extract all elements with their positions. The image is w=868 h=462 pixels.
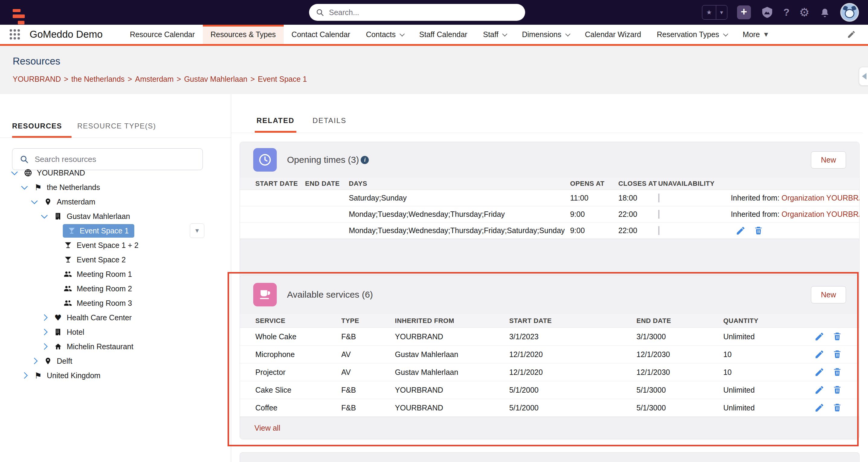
tree-item-label: Meeting Room 2 — [77, 285, 132, 293]
delete-trash-icon[interactable] — [832, 403, 843, 413]
favorites-caret-icon[interactable]: ▼ — [716, 5, 727, 19]
breadcrumb-link-amsterdam[interactable]: Amsterdam — [135, 75, 174, 83]
quick-create-plus-icon[interactable]: + — [737, 5, 751, 19]
opening-times-new-button[interactable]: New — [811, 152, 846, 169]
nav-tab-more[interactable]: More▼ — [735, 25, 776, 44]
tree-collapse-chevron[interactable] — [42, 214, 53, 219]
breadcrumb-link-yourbrand[interactable]: YOURBRAND — [13, 75, 61, 83]
inherited-from-link[interactable]: Organization YOURBRAND — [782, 194, 859, 202]
sidebar-tab-resource-types[interactable]: RESOURCE TYPE(S) — [77, 122, 156, 130]
available-services-new-button[interactable]: New — [811, 286, 846, 303]
nav-tab-dimensions[interactable]: Dimensions — [514, 25, 577, 44]
breadcrumb-link-the-netherlands[interactable]: the Netherlands — [71, 75, 125, 83]
help-icon[interactable]: ? — [783, 7, 789, 18]
tree-item-hotel[interactable]: Hotel — [0, 325, 231, 339]
delete-trash-icon[interactable] — [832, 331, 843, 342]
favorites-control[interactable]: ★ ▼ — [702, 5, 727, 20]
tree-expand-chevron[interactable] — [42, 344, 53, 349]
collapse-panel-button[interactable] — [859, 67, 868, 86]
user-avatar[interactable] — [840, 3, 859, 22]
next-related-list-card-partial — [240, 452, 860, 462]
nav-tab-contact-calendar[interactable]: Contact Calendar — [284, 25, 358, 44]
edit-pencil-icon[interactable] — [814, 385, 825, 395]
edit-pencil-icon[interactable] — [814, 349, 825, 360]
edit-pencil-icon[interactable] — [814, 331, 825, 342]
tree-item-event-space-1[interactable]: Event Space 1▼ — [0, 224, 231, 238]
nav-tab-staff-calendar[interactable]: Staff Calendar — [411, 25, 475, 44]
tree-item-yourbrand[interactable]: YOURBRAND — [0, 166, 231, 180]
chevron-down-icon — [400, 31, 405, 36]
nav-tab-staff[interactable]: Staff — [475, 25, 514, 44]
sidebar-tab-resources[interactable]: RESOURCES — [12, 122, 62, 130]
tree-collapse-chevron[interactable] — [12, 170, 23, 175]
cocktail-icon — [63, 256, 73, 264]
tree-collapse-chevron[interactable] — [22, 185, 33, 190]
tree-expand-chevron[interactable] — [32, 359, 43, 363]
row-actions — [798, 349, 859, 360]
tree-collapse-chevron[interactable] — [32, 199, 43, 204]
breadcrumb-link-gustav-mahlerlaan[interactable]: Gustav Mahlerlaan — [184, 75, 247, 83]
cocktail-icon — [63, 241, 73, 250]
tree-expand-chevron[interactable] — [22, 373, 33, 378]
tree-item-amsterdam[interactable]: Amsterdam — [0, 195, 231, 209]
tree-item-event-space-2[interactable]: Event Space 2 — [0, 253, 231, 267]
tab-related[interactable]: RELATED — [255, 111, 297, 133]
nav-tab-resource-calendar[interactable]: Resource Calendar — [122, 25, 203, 44]
nav-tab-contacts[interactable]: Contacts — [358, 25, 411, 44]
delete-trash-icon[interactable] — [832, 385, 843, 395]
nav-tab-reservation-types[interactable]: Reservation Types — [649, 25, 735, 44]
tab-details[interactable]: DETAILS — [311, 111, 348, 133]
nav-tab-calendar-wizard[interactable]: Calendar Wizard — [577, 25, 649, 44]
tree-item-meeting-room-1[interactable]: Meeting Room 1 — [0, 267, 231, 282]
app-launcher-icon[interactable] — [8, 28, 21, 41]
edit-pencil-icon[interactable] — [814, 403, 825, 413]
global-search-input[interactable] — [329, 8, 525, 17]
resource-search-input[interactable] — [34, 155, 203, 164]
view-all-link[interactable]: View all — [254, 424, 280, 432]
breadcrumb: YOURBRAND>the Netherlands>Amsterdam>Gust… — [13, 75, 307, 84]
unavailability-checkbox[interactable] — [658, 210, 659, 219]
tree-item-label: Event Space 1 + 2 — [77, 241, 138, 250]
tree-item-event-space-1-2[interactable]: Event Space 1 + 2 — [0, 238, 231, 253]
app-name: GoMeddo Demo — [30, 29, 103, 40]
notifications-bell-icon[interactable] — [819, 7, 831, 18]
tree-item-michelin-restaurant[interactable]: Michelin Restaurant — [0, 339, 231, 354]
opening-times-row: Monday;Tuesday;Wednesday;Thursday;Friday… — [240, 206, 859, 223]
tree-item-meeting-room-3[interactable]: Meeting Room 3 — [0, 296, 231, 310]
page: ★ ▼ + ? ⚙ GoMeddo Demo Resource Calendar… — [0, 0, 868, 462]
tree-item-gustav-mahlerlaan[interactable]: Gustav Mahlerlaan — [0, 209, 231, 224]
nav-tab-resources-types[interactable]: Resources & Types — [203, 25, 284, 44]
delete-trash-icon[interactable] — [754, 226, 764, 236]
breadcrumb-link-event-space-1[interactable]: Event Space 1 — [258, 75, 307, 83]
tree-expand-chevron[interactable] — [42, 330, 53, 334]
column-header-unavailability: UNAVAILABILITY — [658, 180, 722, 188]
delete-trash-icon[interactable] — [832, 349, 843, 360]
setup-gear-icon[interactable]: ⚙ — [799, 6, 809, 19]
clock-icon — [253, 148, 277, 172]
info-icon[interactable]: i — [361, 156, 369, 164]
column-header-end-date: END DATE — [637, 317, 723, 325]
chevron-down-icon — [502, 31, 507, 36]
row-actions — [722, 226, 859, 236]
tree-item-health-care-center[interactable]: ♥Health Care Center — [0, 310, 231, 325]
delete-trash-icon[interactable] — [832, 367, 843, 377]
trailhead-icon[interactable] — [761, 6, 774, 19]
tree-item-menu-button[interactable]: ▼ — [190, 224, 204, 238]
heart-icon: ♥ — [53, 314, 63, 322]
inherited-from-link[interactable]: Organization YOURBRAND — [782, 210, 859, 218]
tree-item-label: United Kingdom — [47, 371, 100, 380]
service-row-projector: ProjectorAVGustav Mahlerlaan12/1/202012/… — [240, 363, 859, 381]
tree-expand-chevron[interactable] — [42, 315, 53, 320]
unavailability-checkbox[interactable] — [658, 226, 659, 235]
tree-item-united-kingdom[interactable]: ⚑United Kingdom — [0, 368, 231, 383]
tree-item-delft[interactable]: Delft — [0, 354, 231, 368]
tree-item-the-netherlands[interactable]: ⚑the Netherlands — [0, 180, 231, 195]
edit-nav-pencil-icon[interactable] — [847, 30, 856, 39]
chevron-down-icon — [565, 31, 570, 36]
unavailability-checkbox[interactable] — [658, 194, 659, 202]
tree-item-meeting-room-2[interactable]: Meeting Room 2 — [0, 282, 231, 296]
edit-pencil-icon[interactable] — [736, 226, 746, 236]
edit-pencil-icon[interactable] — [814, 367, 825, 377]
home-icon — [53, 342, 63, 351]
favorites-star-icon[interactable]: ★ — [702, 5, 716, 19]
